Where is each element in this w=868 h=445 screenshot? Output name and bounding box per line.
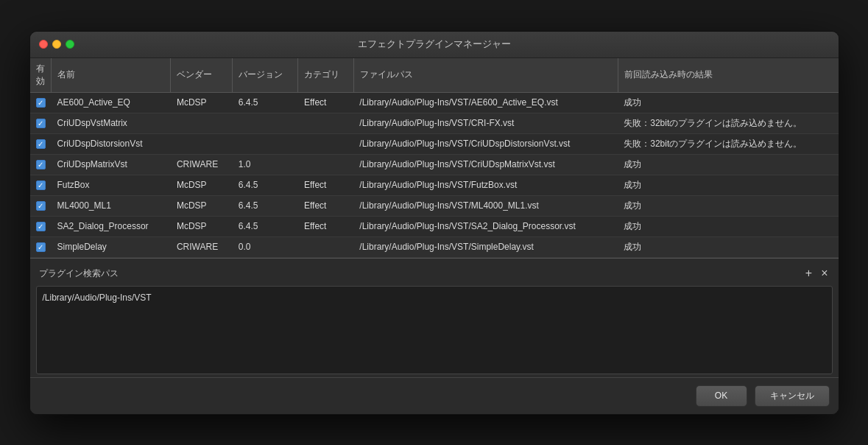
minimize-button[interactable]	[52, 40, 61, 49]
row-category: Effect	[298, 175, 353, 195]
plugin-manager-window: エフェクトプラグインマネージャー 有効 名前 ベンダー バージョン カテゴリ フ…	[29, 31, 839, 415]
row-name: SA2_Dialog_Processor	[52, 216, 171, 236]
row-vendor: McDSP	[171, 92, 233, 113]
row-filepath: /Library/Audio/Plug-Ins/VST/SA2_Dialog_P…	[353, 216, 618, 236]
row-name: CriUDspMatrixVst	[52, 154, 171, 175]
row-category: Effect	[298, 216, 353, 236]
table-row: ML4000_ML1McDSP6.4.5Effect/Library/Audio…	[30, 195, 839, 216]
row-category	[298, 236, 353, 257]
row-version: 6.4.5	[233, 175, 298, 195]
row-category: Effect	[298, 195, 353, 216]
col-version: バージョン	[233, 58, 298, 93]
row-version: 6.4.5	[233, 195, 298, 216]
row-name: FutzBox	[52, 175, 171, 195]
row-version: 1.0	[233, 154, 298, 175]
row-last-result: 失敗：32bitのプラグインは読み込めません。	[618, 133, 838, 154]
search-path-label: プラグイン検索パス	[39, 267, 119, 280]
col-category: カテゴリ	[298, 58, 353, 93]
enabled-checkbox[interactable]	[36, 242, 46, 252]
row-name: CriUDspVstMatrix	[52, 113, 171, 133]
col-filepath: ファイルパス	[353, 58, 618, 93]
row-vendor: CRIWARE	[171, 236, 233, 257]
row-vendor: McDSP	[171, 195, 233, 216]
row-vendor	[171, 113, 233, 133]
row-name: SimpleDelay	[52, 236, 171, 257]
row-filepath: /Library/Audio/Plug-Ins/VST/FutzBox.vst	[353, 175, 618, 195]
row-version: 6.4.5	[233, 92, 298, 113]
row-checkbox-cell[interactable]	[30, 195, 52, 216]
row-category	[298, 154, 353, 175]
table-row: CriUDspVstMatrix/Library/Audio/Plug-Ins/…	[30, 113, 839, 133]
enabled-checkbox[interactable]	[36, 98, 46, 108]
traffic-lights	[39, 40, 74, 49]
enabled-checkbox[interactable]	[36, 139, 46, 149]
col-lastresult: 前回読み込み時の結果	[618, 58, 838, 93]
window-title: エフェクトプラグインマネージャー	[358, 38, 511, 51]
content-area: 有効 名前 ベンダー バージョン カテゴリ ファイルパス 前回読み込み時の結果 …	[30, 58, 839, 374]
row-checkbox-cell[interactable]	[30, 236, 52, 257]
maximize-button[interactable]	[66, 40, 74, 49]
row-vendor	[171, 133, 233, 154]
search-path-item[interactable]: /Library/Audio/Plug-Ins/VST	[43, 291, 826, 304]
row-checkbox-cell[interactable]	[30, 175, 52, 195]
table-row: CriUDspMatrixVstCRIWARE1.0/Library/Audio…	[30, 154, 839, 175]
ok-button[interactable]: OK	[696, 385, 747, 407]
row-filepath: /Library/Audio/Plug-Ins/VST/CriUDspDisto…	[353, 133, 618, 154]
titlebar: エフェクトプラグインマネージャー	[30, 32, 839, 58]
row-version: 0.0	[233, 236, 298, 257]
row-filepath: /Library/Audio/Plug-Ins/VST/SimpleDelay.…	[353, 236, 618, 257]
table-row: SimpleDelayCRIWARE0.0/Library/Audio/Plug…	[30, 236, 839, 257]
row-filepath: /Library/Audio/Plug-Ins/VST/CriUDspMatri…	[353, 154, 618, 175]
search-path-header: プラグイン検索パス + ×	[30, 264, 839, 283]
row-last-result: 成功	[618, 195, 838, 216]
table-row: FutzBoxMcDSP6.4.5Effect/Library/Audio/Pl…	[30, 175, 839, 195]
row-last-result: 成功	[618, 216, 838, 236]
row-last-result: 成功	[618, 175, 838, 195]
row-filepath: /Library/Audio/Plug-Ins/VST/CRI-FX.vst	[353, 113, 618, 133]
row-last-result: 失敗：32bitのプラグインは読み込めません。	[618, 113, 838, 133]
table-row: SA2_Dialog_ProcessorMcDSP6.4.5Effect/Lib…	[30, 216, 839, 236]
cancel-button[interactable]: キャンセル	[755, 385, 830, 407]
plugin-table-body: AE600_Active_EQMcDSP6.4.5Effect/Library/…	[30, 92, 839, 257]
row-checkbox-cell[interactable]	[30, 216, 52, 236]
row-checkbox-cell[interactable]	[30, 133, 52, 154]
search-path-list: /Library/Audio/Plug-Ins/VST	[36, 286, 833, 374]
row-filepath: /Library/Audio/Plug-Ins/VST/AE600_Active…	[353, 92, 618, 113]
table-row: CriUDspDistorsionVst/Library/Audio/Plug-…	[30, 133, 839, 154]
col-vendor: ベンダー	[171, 58, 233, 93]
table-row: AE600_Active_EQMcDSP6.4.5Effect/Library/…	[30, 92, 839, 113]
row-vendor: CRIWARE	[171, 154, 233, 175]
close-button[interactable]	[39, 40, 48, 49]
row-version: 6.4.5	[233, 216, 298, 236]
row-checkbox-cell[interactable]	[30, 92, 52, 113]
row-category	[298, 113, 353, 133]
row-last-result: 成功	[618, 92, 838, 113]
row-checkbox-cell[interactable]	[30, 113, 52, 133]
row-category: Effect	[298, 92, 353, 113]
row-name: CriUDspDistorsionVst	[52, 133, 171, 154]
col-name: 名前	[52, 58, 171, 93]
bottom-bar: OK キャンセル	[30, 377, 839, 414]
row-category	[298, 133, 353, 154]
search-path-section: プラグイン検索パス + × /Library/Audio/Plug-Ins/VS…	[30, 258, 839, 374]
add-path-button[interactable]: +	[804, 267, 814, 279]
enabled-checkbox[interactable]	[36, 181, 46, 190]
row-name: ML4000_ML1	[52, 195, 171, 216]
enabled-checkbox[interactable]	[36, 222, 46, 231]
remove-path-button[interactable]: ×	[819, 267, 829, 279]
col-enabled: 有効	[30, 58, 52, 93]
row-version	[233, 133, 298, 154]
search-path-buttons: + ×	[804, 267, 830, 279]
plugin-table: 有効 名前 ベンダー バージョン カテゴリ ファイルパス 前回読み込み時の結果 …	[30, 58, 839, 258]
row-vendor: McDSP	[171, 216, 233, 236]
row-checkbox-cell[interactable]	[30, 154, 52, 175]
row-vendor: McDSP	[171, 175, 233, 195]
enabled-checkbox[interactable]	[36, 201, 46, 211]
row-last-result: 成功	[618, 236, 838, 257]
table-header-row: 有効 名前 ベンダー バージョン カテゴリ ファイルパス 前回読み込み時の結果	[30, 58, 839, 93]
enabled-checkbox[interactable]	[36, 119, 46, 128]
row-last-result: 成功	[618, 154, 838, 175]
enabled-checkbox[interactable]	[36, 160, 46, 169]
row-version	[233, 113, 298, 133]
row-filepath: /Library/Audio/Plug-Ins/VST/ML4000_ML1.v…	[353, 195, 618, 216]
